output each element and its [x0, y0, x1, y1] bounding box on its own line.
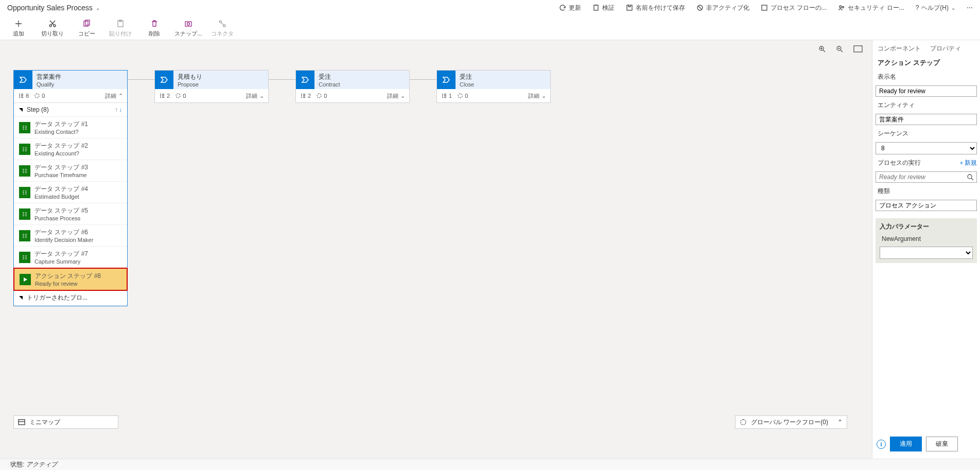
arrow-down-icon[interactable]: ↓ — [119, 106, 122, 113]
trash-icon — [150, 20, 159, 28]
form-icon — [19, 187, 30, 198]
search-icon[interactable] — [967, 173, 974, 181]
chevron-up-icon: ⌃ — [118, 93, 123, 99]
title-bar: Opportunity Sales Process ⌄ 更新 検証 名前を付けて… — [0, 0, 980, 15]
run-process-search[interactable] — [876, 171, 977, 183]
zoom-out-icon — [836, 45, 844, 54]
stage-contract[interactable]: 受注Contract 2 0 詳細⌄ — [295, 70, 410, 103]
svg-point-5 — [843, 7, 844, 8]
stage-close[interactable]: 受注Close 1 0 詳細⌄ — [436, 70, 551, 103]
plus-icon — [14, 20, 23, 28]
form-icon — [19, 208, 30, 220]
svg-rect-12 — [185, 22, 191, 26]
minimap-icon — [18, 419, 25, 425]
stage-icon — [437, 71, 456, 89]
triangle-down-icon — [19, 296, 23, 300]
svg-point-20 — [968, 175, 972, 179]
fit-screen-button[interactable] — [853, 45, 863, 54]
sequence-label: シーケンス — [876, 129, 977, 138]
discard-button[interactable]: 破棄 — [926, 437, 958, 451]
form-icon — [19, 122, 30, 133]
stage-connector — [410, 79, 436, 80]
action-step-item[interactable]: アクション ステップ #8Ready for review — [13, 268, 128, 291]
apply-button[interactable]: 適用 — [890, 437, 922, 451]
type-label: 種類 — [876, 187, 977, 196]
command-bar: 追加 切り取り コピー 貼り付け 削除 スナップ... コネクタ — [0, 15, 980, 40]
scissors-icon — [48, 20, 57, 28]
delete-button[interactable]: 削除 — [143, 19, 166, 38]
zoom-out-button[interactable] — [836, 45, 844, 54]
camera-icon — [184, 20, 192, 28]
data-step-item[interactable]: データ ステップ #4Estimated Budget — [14, 182, 127, 203]
add-button[interactable]: 追加 — [7, 19, 30, 38]
deactivate-icon — [696, 4, 704, 11]
data-step-item[interactable]: データ ステップ #3Purchase Timeframe — [14, 160, 127, 182]
copy-icon — [82, 20, 91, 28]
entity-input[interactable] — [876, 114, 977, 125]
step-count: 8 — [18, 93, 29, 99]
data-step-item[interactable]: データ ステップ #6Identify Decision Maker — [14, 225, 127, 247]
stage-connector — [269, 79, 295, 80]
svg-rect-1 — [627, 5, 632, 10]
new-process-link[interactable]: ＋新規 — [958, 159, 977, 167]
save-as-button[interactable]: 名前を付けて保存 — [626, 4, 685, 12]
process-title[interactable]: Opportunity Sales Process ⌄ — [7, 4, 100, 12]
data-step-item[interactable]: データ ステップ #2Existing Account? — [14, 138, 127, 160]
more-button[interactable]: ⋯ — [967, 4, 973, 11]
refresh-button[interactable]: 更新 — [559, 4, 581, 12]
stage-propose[interactable]: 見積もりPropose 2 0 詳細⌄ — [154, 70, 269, 103]
security-roles-button[interactable]: セキュリティ ロー... — [838, 4, 904, 12]
info-icon[interactable]: i — [877, 440, 886, 449]
stage-detail-toggle[interactable]: 詳細⌃ — [105, 92, 123, 100]
form-icon — [19, 165, 30, 177]
ellipsis-icon: ⋯ — [967, 4, 973, 11]
stage-qualify[interactable]: 営業案件Qualify 8 0 詳細⌃ Step (8) ↑↓ データ ステッ — [13, 70, 128, 306]
data-step-item[interactable]: データ ステップ #5Purchase Process — [14, 203, 127, 225]
validate-button[interactable]: 検証 — [592, 4, 615, 12]
connector-icon — [218, 20, 226, 28]
stage-detail-toggle[interactable]: 詳細⌄ — [528, 92, 546, 100]
chevron-down-icon: ⌄ — [541, 93, 546, 99]
stage-detail-toggle[interactable]: 詳細⌄ — [246, 92, 264, 100]
help-button[interactable]: ? ヘルプ(H) ⌄ — [916, 4, 955, 12]
input-parameters-label: 入力パラメーター — [880, 222, 973, 231]
step-section-header[interactable]: Step (8) ↑↓ — [14, 103, 127, 117]
stage-detail-toggle[interactable]: 詳細⌄ — [387, 92, 405, 100]
run-process-label: プロセスの実行 — [876, 159, 923, 167]
paste-button: 貼り付け — [109, 19, 132, 38]
cut-button[interactable]: 切り取り — [41, 19, 64, 38]
designer-canvas[interactable]: 営業案件Qualify 8 0 詳細⌃ Step (8) ↑↓ データ ステッ — [0, 40, 872, 459]
stage-icon — [155, 71, 173, 89]
cycle-icon — [740, 419, 747, 426]
svg-rect-19 — [19, 420, 25, 425]
cycle-icon — [34, 93, 40, 99]
parameter-value-select[interactable] — [880, 247, 973, 259]
data-step-item[interactable]: データ ステップ #1Existing Contact? — [14, 117, 127, 138]
fit-icon — [853, 45, 863, 53]
stage-icon — [296, 71, 314, 89]
sequence-select[interactable]: 8 — [876, 142, 977, 154]
copy-button[interactable]: コピー — [75, 19, 98, 38]
zoom-in-button[interactable] — [818, 45, 827, 54]
chevron-down-icon: ⌄ — [96, 5, 100, 11]
global-workflow-toggle[interactable]: グローバル ワークフロー(0) ⌃ — [735, 415, 847, 429]
minimap-toggle[interactable]: ミニマップ — [13, 415, 118, 429]
stage-connector — [128, 79, 154, 80]
workflow-count: 0 — [34, 93, 45, 99]
zoom-in-icon — [818, 45, 827, 54]
people-icon — [838, 4, 845, 11]
display-name-input[interactable] — [876, 85, 977, 97]
arrow-up-icon[interactable]: ↑ — [115, 106, 118, 113]
svg-point-4 — [839, 6, 842, 8]
flow-icon — [761, 4, 768, 11]
refresh-icon — [559, 4, 566, 11]
process-flow-button[interactable]: プロセス フローの... — [761, 4, 827, 12]
deactivate-button[interactable]: 非アクティブ化 — [696, 4, 749, 12]
tab-properties[interactable]: プロパティ — [930, 44, 961, 53]
snapshot-button[interactable]: スナップ... — [177, 19, 200, 38]
type-input[interactable] — [876, 200, 977, 211]
tab-components[interactable]: コンポーネント — [878, 44, 921, 53]
triggered-section-header[interactable]: トリガーされたプロ... — [14, 290, 127, 306]
save-as-icon — [626, 4, 633, 11]
data-step-item[interactable]: データ ステップ #7Capture Summary — [14, 247, 127, 268]
